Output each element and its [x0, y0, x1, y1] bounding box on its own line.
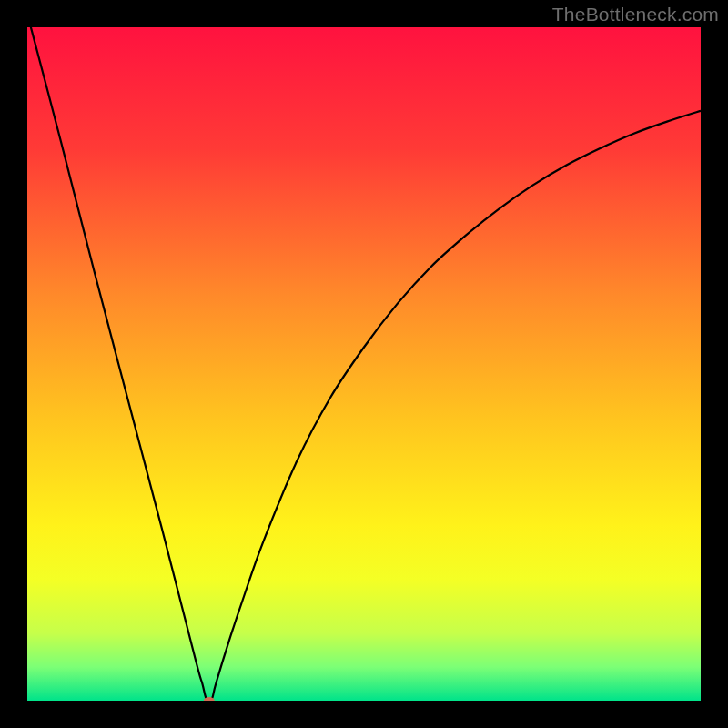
watermark-text: TheBottleneck.com — [552, 4, 719, 25]
plot-area — [27, 27, 701, 701]
gradient-background — [27, 27, 701, 701]
chart-frame: TheBottleneck.com — [0, 0, 728, 728]
chart-svg — [27, 27, 701, 701]
